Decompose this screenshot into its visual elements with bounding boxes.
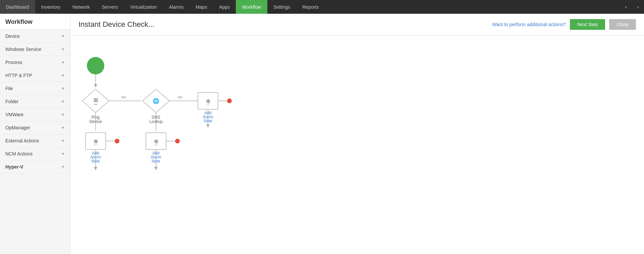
nav-network[interactable]: Network [66,0,96,14]
sidebar-item-http-ftp[interactable]: HTTP & FTP ▼ [0,69,70,82]
svg-marker-43 [154,167,158,170]
sidebar-item-label: File [5,86,13,91]
sidebar-item-opmanager[interactable]: OpManager ▼ [0,121,70,134]
sidebar-item-label: Windows Service [5,47,41,52]
sidebar-item-vmware[interactable]: VMWare ▼ [0,108,70,121]
svg-text:🕐: 🕐 [154,142,158,146]
svg-text:No: No [121,95,126,99]
nav-alarms[interactable]: Alarms [163,0,190,14]
svg-point-41 [175,139,180,143]
svg-text:🕐: 🕐 [206,102,210,106]
nav-reports[interactable]: Reports [296,0,325,14]
sidebar-item-file[interactable]: File ▼ [0,82,70,95]
workflow-canvas[interactable]: ⊞ ↔ Ping Device No 🌐 DNS Lookup No [70,36,644,254]
sidebar-item-hyper-v[interactable]: Hyper-V ▼ [0,161,70,174]
chevron-down-icon: ▼ [61,47,65,51]
top-navigation: Dashboard Inventory Network Servers Virt… [0,0,644,14]
svg-marker-1 [94,84,97,87]
sidebar-item-windows-service[interactable]: Windows Service ▼ [0,43,70,56]
page-title: Instant Device Check... [78,20,492,29]
sidebar-item-label: HTTP & FTP [5,73,32,78]
chevron-down-icon: ▼ [61,126,65,130]
nav-settings[interactable]: Settings [267,0,297,14]
nav-prev-arrow[interactable]: ‹ [620,0,632,14]
svg-text:↔: ↔ [93,101,98,107]
svg-point-19 [227,99,232,103]
content-header: Instant Device Check... Want to perform … [70,14,644,36]
chevron-down-icon: ▼ [61,86,65,90]
sidebar-item-label: Folder [5,99,19,104]
svg-marker-21 [206,124,210,128]
next-step-button[interactable]: Next Step [570,19,605,30]
chevron-down-icon: ▼ [61,60,65,64]
sidebar: Workflow Device ▼ Windows Service ▼ Proc… [0,14,70,254]
chevron-down-icon: ▼ [61,152,65,156]
nav-servers[interactable]: Servers [96,0,124,14]
sidebar-item-label: OpManager [5,125,30,130]
sidebar-item-ncm-actions[interactable]: NCM Actions ▼ [0,147,70,161]
nav-apps[interactable]: Apps [213,0,236,14]
header-actions: Want to perform additional actions? Next… [492,19,636,30]
close-button[interactable]: Close [609,19,636,30]
chevron-down-icon: ▼ [61,165,65,169]
main-layout: Workflow Device ▼ Windows Service ▼ Proc… [0,14,644,254]
nav-inventory[interactable]: Inventory [35,0,67,14]
nav-workflow[interactable]: Workflow [236,0,267,14]
nav-virtualization[interactable]: Virtualization [124,0,163,14]
sidebar-item-label: External Actions [5,138,39,143]
sidebar-item-process[interactable]: Process ▼ [0,56,70,69]
chevron-down-icon: ▼ [61,113,65,117]
nav-maps[interactable]: Maps [190,0,213,14]
sidebar-item-external-actions[interactable]: External Actions ▼ [0,134,70,147]
sidebar-item-label: VMWare [5,112,23,117]
chevron-down-icon: ▼ [61,34,65,38]
sidebar-item-device[interactable]: Device ▼ [0,30,70,43]
start-node[interactable] [87,57,104,74]
nav-dashboard[interactable]: Dashboard [0,0,35,14]
sidebar-item-label: Device [5,34,20,39]
svg-text:🌐: 🌐 [153,98,159,104]
sidebar-item-label: Hyper-V [5,164,23,170]
svg-marker-32 [94,167,97,170]
svg-text:🕐: 🕐 [94,142,97,146]
sidebar-title: Workflow [0,14,70,30]
content-area: Instant Device Check... Want to perform … [70,14,644,254]
chevron-down-icon: ▼ [61,73,65,77]
nav-next-arrow[interactable]: › [632,0,644,14]
additional-actions-link[interactable]: Want to perform additional actions? [492,22,566,27]
chevron-down-icon: ▼ [61,139,65,143]
sidebar-item-folder[interactable]: Folder ▼ [0,95,70,108]
workflow-diagram: ⊞ ↔ Ping Device No 🌐 DNS Lookup No [70,36,406,237]
chevron-down-icon: ▼ [61,100,65,104]
svg-text:No: No [178,95,182,99]
svg-point-30 [115,139,119,143]
sidebar-item-label: NCM Actions [5,151,33,156]
sidebar-item-label: Process [5,60,22,65]
